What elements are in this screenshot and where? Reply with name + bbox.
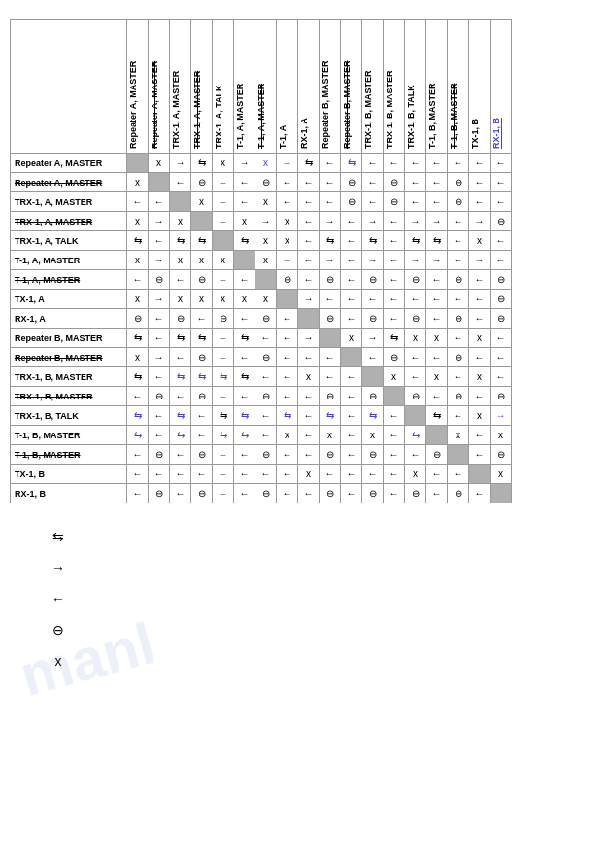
table-row-11: TRX-1, B, MASTER⇆←⇆⇆⇆⇆←←x←←x←x←x← [11,367,512,387]
row-header-1: Repeater A, MASTER [11,173,127,192]
cell-14-8: ← [298,426,320,445]
cell-4-16: x [469,231,491,251]
cell-14-3: ← [191,426,213,445]
cell-14-6: ← [255,426,277,445]
cell-0-1: x [149,154,170,173]
cell-7-5: x [234,290,255,309]
cell-1-5: ← [234,173,255,192]
col-header-text-16: TX-1, B [470,22,480,149]
cell-13-15: ← [448,406,469,426]
cell-16-17: x [491,465,512,484]
cell-7-4: x [213,290,234,309]
cell-6-16: ← [469,270,491,290]
cell-16-13: x [405,465,426,484]
row-header-5: T-1, A, MASTER [11,251,127,270]
cell-7-3: x [191,290,213,309]
cell-11-13: ← [405,367,426,387]
cell-12-15: ⊖ [448,387,469,406]
corner-cell [11,20,127,154]
row-header-label-10: Repeater B, MASTER [15,353,103,363]
cell-9-3: ⇆ [191,329,213,348]
cell-17-11: ⊖ [362,484,384,503]
cell-1-11: ← [362,173,384,192]
cell-2-2 [170,192,191,212]
cell-5-9: → [320,251,341,270]
cell-3-8: ← [298,212,320,231]
cell-16-4: ← [213,465,234,484]
cell-5-0: x [127,251,149,270]
cell-12-7: ← [277,387,298,406]
cell-1-9: ← [320,173,341,192]
cell-3-13: → [405,212,426,231]
col-header-text-2: TRX-1, A, MASTER [171,22,181,149]
page: manl Repeater A, MASTERRepeater A, MASTE… [0,0,611,868]
col-header-17: RX-1, B [491,20,512,154]
cell-3-10: ← [341,212,362,231]
cell-4-4 [213,231,234,251]
col-header-text-9: Repeater B, MASTER [321,22,330,149]
cell-7-0: x [127,290,149,309]
cell-6-11: ⊖ [362,270,384,290]
cell-0-12: ← [384,154,405,173]
cell-4-1: ← [149,231,170,251]
cell-2-14: ← [426,192,448,212]
cell-13-12: ← [384,406,405,426]
table-row-5: T-1, A, MASTERx→xxxx→←→←→←→→←→← [11,251,512,270]
cell-9-6: ← [255,329,277,348]
col-header-text-5: T-1, A, MASTER [235,22,245,149]
cell-9-0: ⇆ [127,329,149,348]
row-header-2: TRX-1, A, MASTER [11,192,127,212]
col-header-text-1: Repeater A, MASTER [150,22,159,149]
cell-11-11 [362,367,384,387]
table-row-13: TRX-1, B, TALK⇆←⇆←⇆⇆←⇆←⇆←⇆←⇆←x→ [11,406,512,426]
cell-0-13: ← [405,154,426,173]
cell-6-14: ← [426,270,448,290]
col-header-text-8: RX-1, A [299,22,309,149]
cell-8-2: ⊖ [170,309,191,329]
cell-16-2: ← [170,465,191,484]
col-header-0: Repeater A, MASTER [127,20,149,154]
cell-6-0: ← [127,270,149,290]
cell-14-14 [426,426,448,445]
cell-5-17: ← [491,251,512,270]
cell-14-10: ← [341,426,362,445]
cell-0-5: → [234,154,255,173]
cell-13-13 [405,406,426,426]
row-header-label-8: RX-1, A [15,314,46,324]
row-header-11: TRX-1, B, MASTER [11,367,127,387]
row-header-4: TRX-1, A, TALK [11,231,127,251]
cell-2-1: ← [149,192,170,212]
cell-10-3: ⊖ [191,348,213,367]
cell-17-8: ← [298,484,320,503]
cell-6-4: ← [213,270,234,290]
cell-0-14: ← [426,154,448,173]
cell-8-17: ⊖ [491,309,512,329]
cell-7-16: ← [469,290,491,309]
cell-9-17: ← [491,329,512,348]
cell-5-15: ← [448,251,469,270]
table-row-15: T-1, B, MASTER←⊖←⊖←←⊖←←⊖←⊖←←⊖←⊖ [11,445,512,465]
cell-17-17 [491,484,512,503]
cell-1-8: ← [298,173,320,192]
cell-17-10: ← [341,484,362,503]
cell-8-6: ⊖ [255,309,277,329]
cell-17-6: ⊖ [255,484,277,503]
cell-15-12: ← [384,445,405,465]
col-header-text-17: RX-1, B [492,22,501,149]
cell-1-3: ⊖ [191,173,213,192]
col-header-12: TRX-1, B, MASTER [384,20,405,154]
cell-12-10: ← [341,387,362,406]
cell-12-17: ⊖ [491,387,512,406]
cell-17-3: ⊖ [191,484,213,503]
cell-16-0: ← [127,465,149,484]
cell-0-3: ⇆ [191,154,213,173]
cell-11-10: ← [341,367,362,387]
row-header-label-17: RX-1, B [15,489,46,499]
cell-8-13: ⊖ [405,309,426,329]
cell-15-13: ← [405,445,426,465]
cell-16-12: ← [384,465,405,484]
cell-8-16: ← [469,309,491,329]
cell-10-16: ← [469,348,491,367]
cell-0-10: ⇆ [341,154,362,173]
cell-4-8: ← [298,231,320,251]
